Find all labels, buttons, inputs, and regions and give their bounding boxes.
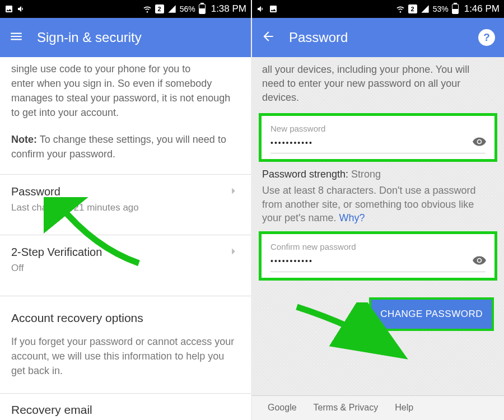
section-desc: If you forget your password or cannot ac… xyxy=(11,326,240,378)
content-area: single use code to your phone for you to… xyxy=(0,57,251,394)
why-link[interactable]: Why? xyxy=(339,212,365,223)
image-icon xyxy=(4,4,13,13)
field-label: New password xyxy=(270,123,486,134)
wifi-icon xyxy=(396,4,405,13)
status-bar: 2 53% 1:46 PM xyxy=(252,0,504,18)
field-label: Confirm new password xyxy=(270,241,486,253)
sim-icon: 2 xyxy=(408,4,417,13)
eye-icon[interactable] xyxy=(472,253,487,268)
app-bar: Password ? xyxy=(252,18,504,57)
confirm-password-field[interactable]: Confirm new password ••••••••••• xyxy=(259,231,497,281)
password-row[interactable]: Password Last changed: 21 minutes ago xyxy=(11,175,240,223)
phone-right: 2 53% 1:46 PM Password ? all your device… xyxy=(252,0,504,420)
password-hint: Use at least 8 characters. Don't use a p… xyxy=(262,184,494,225)
note-text: Note: To change these settings, you will… xyxy=(11,132,240,161)
field-value[interactable]: ••••••••••• xyxy=(270,256,486,272)
clock: 1:46 PM xyxy=(464,3,500,15)
content-area: all your devices, including your phone. … xyxy=(252,57,504,420)
signal-icon xyxy=(167,4,176,13)
footer: Google Terms & Privacy Help xyxy=(252,395,504,420)
intro-text-fragment: single use code to your phone for you to… xyxy=(11,62,240,120)
footer-link-help[interactable]: Help xyxy=(395,402,413,414)
new-password-field[interactable]: New password ••••••••••• xyxy=(259,113,497,162)
field-value[interactable]: ••••••••••• xyxy=(270,138,486,154)
row-subtext: Last changed: 21 minutes ago xyxy=(11,201,240,215)
password-strength: Password strength: Strong xyxy=(262,167,494,181)
chevron-right-icon xyxy=(227,245,240,258)
sim-icon: 2 xyxy=(155,4,164,13)
cutoff-row-label: Recovery email xyxy=(11,403,92,417)
battery-icon xyxy=(452,4,459,14)
footer-link-google[interactable]: Google xyxy=(268,402,297,414)
app-bar: Sign-in & security xyxy=(0,18,251,57)
divider xyxy=(0,393,251,394)
battery-icon xyxy=(199,4,206,14)
row-label: 2-Step Verification xyxy=(11,244,240,260)
signal-icon xyxy=(421,4,430,13)
battery-percent: 56% xyxy=(180,4,195,13)
page-title: Sign-in & security xyxy=(37,30,142,45)
battery-percent: 53% xyxy=(433,4,449,13)
clock: 1:38 PM xyxy=(211,3,246,15)
section-title: Account recovery options xyxy=(11,296,240,326)
row-subtext: Off xyxy=(11,262,240,276)
eye-icon[interactable] xyxy=(472,134,487,149)
back-icon[interactable] xyxy=(261,29,276,46)
volume-icon xyxy=(17,4,26,13)
status-bar: 2 56% 1:38 PM xyxy=(0,0,251,18)
menu-icon[interactable] xyxy=(9,29,24,46)
row-label: Password xyxy=(11,184,240,200)
help-icon[interactable]: ? xyxy=(478,29,495,46)
page-title: Password xyxy=(289,30,348,45)
two-step-row[interactable]: 2-Step Verification Off xyxy=(11,235,240,283)
phone-left: 2 56% 1:38 PM Sign-in & security single … xyxy=(0,0,252,420)
intro-text: all your devices, including your phone. … xyxy=(262,63,494,105)
volume-icon xyxy=(256,4,265,13)
chevron-right-icon xyxy=(227,185,240,197)
wifi-icon xyxy=(143,4,152,13)
footer-link-terms[interactable]: Terms & Privacy xyxy=(314,402,379,414)
image-icon xyxy=(269,4,278,13)
change-password-button[interactable]: CHANGE PASSWORD xyxy=(369,297,494,331)
